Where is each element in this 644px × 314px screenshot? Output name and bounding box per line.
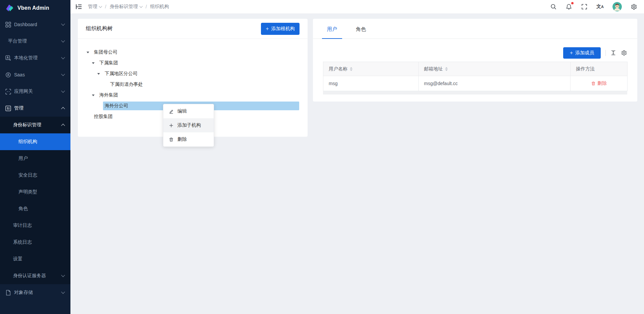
context-menu-item-edit[interactable]: 编辑 <box>163 104 214 118</box>
column-header[interactable]: 用户名称 <box>323 62 419 76</box>
sidebar-item-organization[interactable]: 组织机构 <box>0 133 70 150</box>
breadcrumb-label: 身份标识管理 <box>110 4 138 10</box>
sidebar-item-label: 系统日志 <box>13 239 32 245</box>
add-member-button[interactable]: + 添加成员 <box>563 47 601 59</box>
sidebar-item-label: 安全日志 <box>18 172 37 178</box>
sidebar-item-label: 平台管理 <box>8 38 27 44</box>
breadcrumb: 管理/身份标识管理/组织机构 <box>88 4 169 10</box>
sort-desc-icon <box>350 69 353 72</box>
locale-icon <box>5 55 11 61</box>
sidebar-item-saas[interactable]: Saas <box>0 66 70 83</box>
breadcrumb-separator: / <box>146 4 147 9</box>
toolbar-divider <box>605 50 606 56</box>
sidebar-item-object-storage[interactable]: 对象存储 <box>0 284 70 301</box>
delete-row-button[interactable]: 删除 <box>591 80 607 86</box>
column-label: 邮箱地址 <box>424 66 443 72</box>
sidebar-item-roles[interactable]: 角色 <box>0 200 70 217</box>
sidebar-item-localization[interactable]: 本地化管理 <box>0 50 70 66</box>
sidebar-item-dashboard[interactable]: Dashboard <box>0 16 70 33</box>
chevron-down-icon <box>99 5 102 8</box>
sidebar-item-label: 声明类型 <box>18 189 37 195</box>
sort-carets-icon[interactable] <box>445 66 448 72</box>
trash-icon <box>591 81 596 86</box>
sidebar-item-security-log[interactable]: 安全日志 <box>0 167 70 184</box>
chevron-down-icon <box>61 273 65 277</box>
sidebar-item-audit-log[interactable]: 审计日志 <box>0 217 70 234</box>
sort-carets-icon[interactable] <box>350 66 353 72</box>
sidebar-item-settings[interactable]: 设置 <box>0 251 70 267</box>
table-cell: msg@default.cc <box>419 76 571 91</box>
table-cell: msg <box>323 76 419 91</box>
sidebar-item-label: 应用网关 <box>14 88 33 95</box>
sidebar-item-manage[interactable]: 管理 <box>0 100 70 117</box>
tree-context-menu: 编辑添加子机构删除 <box>163 104 214 147</box>
gear-icon[interactable] <box>631 3 637 10</box>
sidebar-item-label: Saas <box>14 72 25 77</box>
sidebar-item-label: 设置 <box>13 256 22 262</box>
column-header: 操作方法 <box>571 62 628 76</box>
translate-icon[interactable]: 文A <box>596 4 604 10</box>
tab-users[interactable]: 用户 <box>322 26 342 39</box>
gear-icon[interactable] <box>621 50 627 56</box>
sidebar-item-system-log[interactable]: 系统日志 <box>0 234 70 251</box>
fold-menu-icon[interactable] <box>75 3 83 10</box>
search-icon[interactable] <box>550 3 557 10</box>
breadcrumb-separator: / <box>105 4 106 9</box>
sidebar: Vben Admin Dashboard平台管理本地化管理Saas应用网关管理身… <box>0 0 70 314</box>
sidebar-item-label: 对象存储 <box>14 290 33 296</box>
column-header[interactable]: 邮箱地址 <box>419 62 571 76</box>
breadcrumb-label: 管理 <box>88 4 97 10</box>
caret-down-icon <box>92 62 95 65</box>
logo[interactable]: Vben Admin <box>0 0 70 16</box>
context-menu-label: 编辑 <box>177 108 187 114</box>
sidebar-item-users[interactable]: 用户 <box>0 150 70 167</box>
manage-icon <box>5 106 11 111</box>
breadcrumb-item[interactable]: 组织机构 <box>150 4 169 10</box>
context-menu-item-delete[interactable]: 删除 <box>163 132 214 146</box>
chevron-down-icon <box>139 5 143 8</box>
tree-node[interactable]: 下属集团 <box>87 58 299 68</box>
breadcrumb-item[interactable]: 管理 <box>88 4 102 10</box>
saas-icon <box>5 72 11 78</box>
tree-node[interactable]: 下属地区分公司 <box>87 68 299 79</box>
context-menu-label: 添加子机构 <box>177 122 201 128</box>
caret-down-icon[interactable] <box>92 93 98 98</box>
sidebar-item-platform[interactable]: 平台管理 <box>0 33 70 50</box>
context-menu-item-add-child[interactable]: 添加子机构 <box>163 118 214 132</box>
tree-node[interactable]: 海外集团 <box>87 90 299 101</box>
tree-node-label: 下属街道办事处 <box>108 80 145 89</box>
caret-down-icon[interactable] <box>87 50 92 55</box>
add-root-org-button[interactable]: + 添加根机构 <box>261 23 300 35</box>
breadcrumb-item[interactable]: 身份标识管理 <box>110 4 142 10</box>
bell-icon[interactable] <box>566 3 572 10</box>
members-table: 用户名称邮箱地址操作方法 msgmsg@default.cc删除 <box>323 62 628 91</box>
tree-node-label: 下属集团 <box>98 59 120 67</box>
chevron-down-icon <box>61 55 65 59</box>
tree-node[interactable]: 集团母公司 <box>87 47 299 58</box>
table-tools <box>610 50 627 56</box>
caret-down-icon <box>97 73 100 76</box>
tree-node[interactable]: 下属街道办事处 <box>87 79 299 90</box>
members-toolbar: + 添加成员 <box>313 39 637 59</box>
fullscreen-icon[interactable] <box>581 3 588 10</box>
user-avatar[interactable] <box>612 2 622 11</box>
column-label: 用户名称 <box>329 66 347 72</box>
vben-logo-icon <box>5 3 14 13</box>
tab-roles[interactable]: 角色 <box>351 26 371 39</box>
add-member-label: 添加成员 <box>575 50 594 56</box>
delete-label: 删除 <box>597 80 607 86</box>
sidebar-item-label: 用户 <box>18 155 28 162</box>
sidebar-item-identity[interactable]: 身份标识管理 <box>0 117 70 133</box>
sidebar-item-gateway[interactable]: 应用网关 <box>0 83 70 100</box>
plus-icon: + <box>266 26 269 32</box>
chevron-down-icon <box>61 290 65 294</box>
sidebar-item-claim-types[interactable]: 声明类型 <box>0 184 70 200</box>
panel-title: 组织机构树 <box>86 25 113 32</box>
row-height-icon[interactable] <box>610 50 616 56</box>
caret-down-icon[interactable] <box>97 71 103 76</box>
table-footer-strip <box>323 91 627 95</box>
sidebar-item-identity-server[interactable]: 身份认证服务器 <box>0 267 70 284</box>
org-tree-panel-header: 组织机构树 + 添加根机构 <box>78 19 308 39</box>
caret-down-icon[interactable] <box>92 61 98 65</box>
sort-desc-icon <box>445 69 448 72</box>
